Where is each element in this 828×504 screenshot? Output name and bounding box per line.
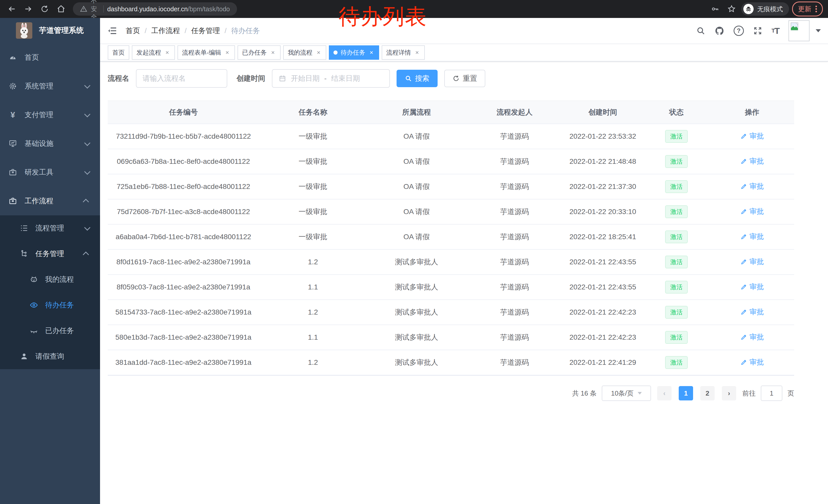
edit-icon (740, 308, 747, 316)
column-header: 创建时间 (563, 107, 643, 117)
top-navbar: 首页/工作流程/任务管理/待办任务 ? TT (100, 18, 828, 44)
table-header-row: 任务编号任务名称所属流程流程发起人创建时间状态操作 (108, 100, 794, 124)
sidebar-item-0[interactable]: 首页 (0, 43, 100, 72)
page-content: 流程名 请输入流程名 创建时间 开始日期 - 结束日期 搜索 (100, 61, 828, 504)
sidebar-item-5[interactable]: 工作流程 (0, 187, 100, 215)
cell-process: 测试多审批人 (367, 358, 466, 367)
font-size-icon[interactable]: TT (772, 26, 779, 36)
home-icon[interactable] (54, 2, 68, 16)
tab-5[interactable]: 待办任务× (329, 45, 379, 60)
approve-link[interactable]: 审批 (740, 182, 764, 191)
process-name-placeholder: 请输入流程名 (142, 74, 186, 83)
cell-initiator: 芋道源码 (466, 156, 563, 166)
submenu-item-5[interactable]: 请假查询 (0, 343, 100, 369)
reset-button[interactable]: 重置 (444, 70, 485, 87)
end-date-placeholder: 结束日期 (331, 74, 360, 83)
pager-page-2[interactable]: 2 (700, 386, 715, 401)
edit-icon (740, 233, 747, 240)
browser-update-button[interactable]: 更新 (792, 2, 823, 16)
tab-4[interactable]: 我的流程× (283, 45, 326, 60)
approve-link[interactable]: 审批 (740, 131, 764, 141)
tab-label: 流程表单-编辑 (182, 48, 221, 57)
status-badge: 激活 (665, 281, 688, 293)
close-icon[interactable]: × (224, 49, 230, 56)
cell-create-time: 2022-01-22 21:37:30 (563, 183, 643, 191)
bookmark-star-icon[interactable] (725, 2, 738, 16)
eye-closed-icon (29, 326, 38, 335)
cell-process: OA 请假 (367, 132, 466, 141)
sidebar-item-1[interactable]: 系统管理 (0, 72, 100, 100)
breadcrumb-item-1[interactable]: 工作流程 (151, 26, 180, 36)
submenu-item-1[interactable]: 任务管理 (0, 241, 100, 267)
approve-link[interactable]: 审批 (740, 232, 764, 241)
app-logo[interactable]: 芋道管理系统 (0, 18, 100, 43)
search-button[interactable]: 搜索 (397, 70, 438, 87)
cell-task-name: 一级审批 (259, 156, 367, 166)
goto-page-input[interactable]: 1 (761, 385, 782, 401)
address-bar[interactable]: 不安全 dashboard.yudao.iocoder.cn/bpm/task/… (73, 2, 237, 16)
user-icon (19, 352, 29, 361)
date-range-picker[interactable]: 开始日期 - 结束日期 (272, 69, 390, 88)
close-icon[interactable]: × (164, 49, 170, 56)
submenu-item-2[interactable]: 我的流程 (0, 267, 100, 292)
approve-link[interactable]: 审批 (740, 156, 764, 166)
submenu-item-3[interactable]: 待办任务 (0, 292, 100, 318)
pager-page-1[interactable]: 1 (679, 386, 693, 401)
approve-link[interactable]: 审批 (740, 207, 764, 216)
github-icon[interactable] (715, 26, 724, 36)
sidebar-item-4[interactable]: 研发工具 (0, 158, 100, 187)
approve-link[interactable]: 审批 (740, 332, 764, 342)
approve-link[interactable]: 审批 (740, 282, 764, 292)
breadcrumb-separator: / (225, 27, 227, 35)
approve-link[interactable]: 审批 (740, 357, 764, 367)
hamburger-icon[interactable] (107, 26, 118, 36)
edit-icon (740, 283, 747, 290)
avatar[interactable] (788, 20, 810, 41)
browser-menu-icon[interactable] (816, 6, 817, 12)
cell-task-name: 1.2 (259, 308, 367, 316)
fullscreen-icon[interactable] (753, 26, 762, 35)
tab-2[interactable]: 流程表单-编辑× (177, 45, 235, 60)
tab-3[interactable]: 已办任务× (238, 45, 281, 60)
eye-icon (29, 301, 38, 310)
cell-task-id: 580e1b3d-7ac8-11ec-a9e2-a2380e71991a (108, 333, 259, 341)
help-icon[interactable]: ? (734, 26, 744, 36)
back-icon[interactable] (5, 2, 18, 16)
tab-0[interactable]: 首页 (108, 45, 129, 60)
pager-prev-button[interactable]: ‹ (657, 386, 671, 401)
process-name-input[interactable]: 请输入流程名 (136, 69, 227, 88)
sidebar-item-label: 基础设施 (25, 139, 77, 148)
search-icon[interactable] (696, 26, 705, 35)
close-icon[interactable]: × (414, 49, 420, 56)
submenu-item-4[interactable]: 已办任务 (0, 318, 100, 343)
submenu-item-0[interactable]: 流程管理 (0, 215, 100, 241)
sidebar-item-2[interactable]: ¥ 支付管理 (0, 100, 100, 129)
cell-create-time: 2022-01-21 22:43:55 (563, 258, 643, 266)
approve-link[interactable]: 审批 (740, 307, 764, 317)
incognito-badge: 无痕模式 (741, 2, 789, 16)
chevron-down-icon (84, 82, 90, 88)
sidebar-item-3[interactable]: 基础设施 (0, 129, 100, 158)
table-row: 73211d9d-7b9b-11ec-b5b7-acde48001122 一级审… (108, 124, 794, 149)
pager-next-button[interactable]: › (722, 386, 736, 401)
cell-task-name: 1.2 (259, 258, 367, 266)
sidebar-item-label: 研发工具 (25, 168, 77, 177)
close-icon[interactable]: × (270, 49, 276, 56)
breadcrumb-item-2[interactable]: 任务管理 (191, 26, 220, 36)
tab-6[interactable]: 流程详情× (382, 45, 425, 60)
forward-icon[interactable] (22, 2, 35, 16)
pagination-total: 共 16 条 (572, 389, 596, 398)
breadcrumb-separator: / (145, 27, 147, 35)
cell-create-time: 2022-01-22 21:48:48 (563, 157, 643, 166)
edit-icon (740, 359, 747, 366)
key-icon[interactable] (708, 2, 722, 16)
page-size-select[interactable]: 10条/页 (602, 385, 651, 401)
reload-icon[interactable] (38, 2, 51, 16)
cell-task-id: 381aa1dd-7ac8-11ec-a9e2-a2380e71991a (108, 358, 259, 367)
tab-1[interactable]: 发起流程× (132, 45, 175, 60)
close-icon[interactable]: × (316, 49, 322, 56)
close-icon[interactable]: × (368, 49, 374, 56)
approve-link[interactable]: 审批 (740, 257, 764, 267)
avatar-caret-icon[interactable] (816, 29, 821, 32)
breadcrumb-item-0[interactable]: 首页 (126, 26, 140, 36)
